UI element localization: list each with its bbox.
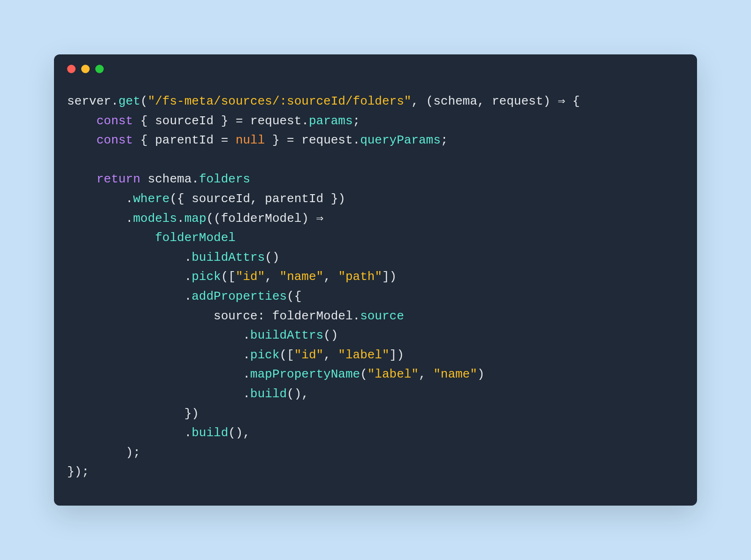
code-token: } = xyxy=(265,133,301,147)
code-token: addProperties xyxy=(192,289,287,303)
code-token: folderModel xyxy=(221,212,302,226)
code-token: : xyxy=(258,309,272,323)
code-token: ([ xyxy=(221,270,236,284)
maximize-button[interactable] xyxy=(95,65,104,73)
code-token: ⇒ xyxy=(558,94,565,108)
code-token: map xyxy=(184,212,207,226)
code-token: build xyxy=(250,387,287,401)
code-token: buildAttrs xyxy=(192,250,265,265)
code-token xyxy=(67,231,155,245)
code-token: , xyxy=(250,192,265,206)
code-token: const xyxy=(96,133,133,147)
code-token: ); xyxy=(67,446,140,460)
code-token: ; xyxy=(353,114,360,128)
code-token: get xyxy=(118,94,140,108)
code-token: parentId xyxy=(265,192,323,206)
code-token: . xyxy=(353,309,360,323)
code-token: , xyxy=(265,270,279,284)
code-token: ({ xyxy=(169,192,192,206)
code-token: "/fs-meta/sources/:sourceId/folders" xyxy=(148,94,412,108)
code-token: folderModel xyxy=(272,309,353,323)
code-token xyxy=(67,309,214,323)
code-token: "id" xyxy=(294,348,323,362)
code-token: return xyxy=(96,172,140,186)
code-token: "label" xyxy=(338,348,389,362)
code-token: request xyxy=(492,94,543,108)
code-token: "name" xyxy=(280,270,324,284)
code-token: folderModel xyxy=(155,231,236,245)
code-token: ]) xyxy=(390,348,404,362)
code-token: "label" xyxy=(368,367,419,381)
code-token: ( xyxy=(140,94,148,108)
code-token: . xyxy=(177,212,184,226)
code-token xyxy=(67,133,96,147)
code-token: , ( xyxy=(411,94,433,108)
code-token: . xyxy=(301,114,309,128)
code-token: () xyxy=(265,250,279,265)
code-token: . xyxy=(111,94,119,108)
code-token: schema xyxy=(148,172,192,186)
code-token: ( xyxy=(360,367,368,381)
code-token: schema xyxy=(433,94,477,108)
code-token: const xyxy=(96,114,133,128)
code-token: build xyxy=(192,426,228,440)
code-token xyxy=(67,172,96,186)
code-token: ({ xyxy=(287,289,301,303)
code-token: { xyxy=(565,94,580,108)
code-token: "id" xyxy=(236,270,265,284)
code-token: ) xyxy=(477,367,485,381)
code-token: ) xyxy=(301,212,316,226)
code-token: request xyxy=(250,114,301,128)
code-token: { xyxy=(133,114,155,128)
code-token: { xyxy=(133,133,155,147)
code-token: server xyxy=(67,94,111,108)
code-token: . xyxy=(192,172,199,186)
code-token: where xyxy=(133,192,169,206)
code-token: folders xyxy=(199,172,250,186)
terminal-window: server.get("/fs-meta/sources/:sourceId/f… xyxy=(54,54,697,506)
code-token: sourceId xyxy=(155,114,214,128)
code-token: mapPropertyName xyxy=(250,367,360,381)
code-token: null xyxy=(236,133,265,147)
code-token: . xyxy=(67,387,250,401)
code-token: ; xyxy=(441,133,448,147)
code-token: sourceId xyxy=(192,192,250,206)
code-token: source xyxy=(214,309,258,323)
code-token: "path" xyxy=(338,270,382,284)
code-token: } = xyxy=(214,114,250,128)
code-token: . xyxy=(67,250,192,265)
title-bar xyxy=(54,54,697,73)
code-token: . xyxy=(67,367,250,381)
code-token: params xyxy=(309,114,353,128)
code-token xyxy=(140,172,148,186)
code-token: . xyxy=(67,270,192,284)
code-token: , xyxy=(477,94,492,108)
code-token: , xyxy=(419,367,433,381)
code-token: = xyxy=(214,133,236,147)
code-token: . xyxy=(67,348,250,362)
code-token: ) xyxy=(543,94,558,108)
code-token: models xyxy=(133,212,177,226)
code-token: request xyxy=(301,133,353,147)
code-token: () xyxy=(323,328,338,342)
code-token: ]) xyxy=(382,270,397,284)
code-token: (), xyxy=(287,387,309,401)
code-token xyxy=(67,114,96,128)
code-token: parentId xyxy=(155,133,214,147)
minimize-button[interactable] xyxy=(81,65,90,73)
code-token: . xyxy=(67,192,133,206)
code-token: ([ xyxy=(280,348,294,362)
code-area: server.get("/fs-meta/sources/:sourceId/f… xyxy=(54,73,697,506)
code-content: server.get("/fs-meta/sources/:sourceId/f… xyxy=(67,92,684,482)
code-token: }) xyxy=(323,192,345,206)
code-token: "name" xyxy=(433,367,477,381)
close-button[interactable] xyxy=(67,65,76,73)
code-token: , xyxy=(323,348,338,362)
code-token: (( xyxy=(206,212,221,226)
code-token: ⇒ xyxy=(316,212,324,226)
code-token: . xyxy=(67,212,133,226)
code-token: }) xyxy=(67,407,199,421)
code-token: buildAttrs xyxy=(250,328,323,342)
code-token: (), xyxy=(228,426,250,440)
code-token: pick xyxy=(250,348,279,362)
